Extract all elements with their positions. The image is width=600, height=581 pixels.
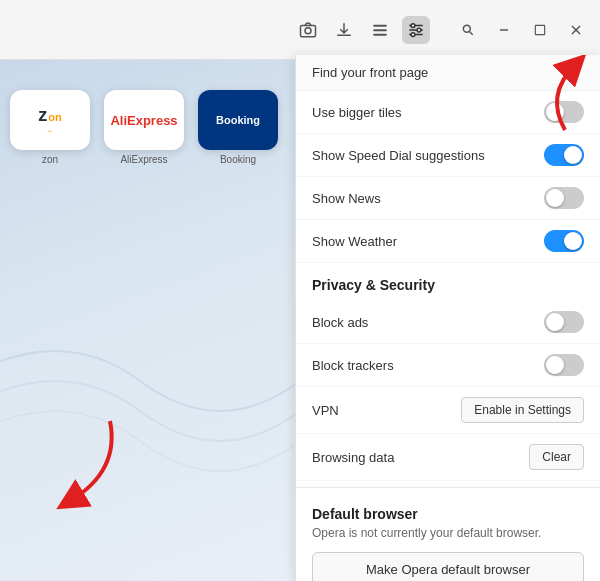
show-news-label: Show News [312, 191, 381, 206]
svg-line-12 [469, 31, 472, 34]
svg-rect-2 [373, 24, 387, 26]
customize-panel-icon[interactable] [402, 16, 430, 44]
svg-point-9 [417, 28, 421, 32]
show-news-row: Show News [296, 177, 600, 220]
booking-label: Booking [220, 154, 256, 165]
show-weather-row: Show Weather [296, 220, 600, 263]
vpn-row: VPN Enable in Settings [296, 387, 600, 434]
privacy-security-title: Privacy & Security [312, 277, 435, 293]
svg-rect-4 [373, 33, 387, 35]
svg-rect-14 [535, 25, 544, 34]
settings-partial-item: Find your front page [296, 55, 600, 91]
browser-chrome [0, 0, 600, 60]
window-minimize-icon[interactable] [490, 16, 518, 44]
sidebar-toggle-icon[interactable] [366, 16, 394, 44]
block-ads-toggle[interactable] [544, 311, 584, 333]
booking-logo-text: Booking [216, 114, 260, 126]
download-icon[interactable] [330, 16, 358, 44]
svg-point-11 [463, 25, 470, 32]
clear-browsing-data-button[interactable]: Clear [529, 444, 584, 470]
browsing-data-label: Browsing data [312, 450, 394, 465]
browsing-data-row: Browsing data Clear [296, 434, 600, 481]
amazon-smile: ⌣ [47, 126, 53, 136]
vpn-label: VPN [312, 403, 339, 418]
show-weather-toggle[interactable] [544, 230, 584, 252]
default-browser-title: Default browser [312, 506, 584, 522]
block-trackers-label: Block trackers [312, 358, 394, 373]
svg-point-8 [411, 23, 415, 27]
aliexpress-speed-dial[interactable]: AliExpress [104, 90, 184, 150]
settings-panel: Find your front page Use bigger tiles Sh… [295, 55, 600, 581]
speed-dial-area: z on ⌣ zon AliExpress AliExpress Booking… [10, 90, 278, 165]
aliexpress-tile-col: AliExpress AliExpress [104, 90, 184, 165]
show-news-toggle[interactable] [544, 187, 584, 209]
speed-dial-suggestions-label: Show Speed Dial suggestions [312, 148, 485, 163]
bigger-tiles-label: Use bigger tiles [312, 105, 402, 120]
section-divider [296, 487, 600, 488]
browser-background: z on ⌣ zon AliExpress AliExpress Booking… [0, 60, 300, 581]
vpn-enable-button[interactable]: Enable in Settings [461, 397, 584, 423]
default-browser-desc: Opera is not currently your default brow… [312, 526, 584, 540]
block-trackers-row: Block trackers [296, 344, 600, 387]
amazon-arrow-icon: on [48, 111, 61, 123]
window-maximize-icon[interactable] [526, 16, 554, 44]
bigger-tiles-row: Use bigger tiles [296, 91, 600, 134]
partial-item-label: Find your front page [312, 65, 428, 80]
svg-rect-3 [373, 29, 387, 31]
amazon-logo-text: z [38, 105, 47, 126]
decorative-curves [0, 301, 300, 501]
screenshot-icon[interactable] [294, 16, 322, 44]
svg-point-1 [305, 27, 311, 33]
booking-tile-col: Booking Booking [198, 90, 278, 165]
aliexpress-logo-text: AliExpress [110, 113, 177, 128]
amazon-label: zon [42, 154, 58, 165]
block-ads-row: Block ads [296, 301, 600, 344]
aliexpress-label: AliExpress [120, 154, 167, 165]
block-ads-label: Block ads [312, 315, 368, 330]
window-search-icon[interactable] [454, 16, 482, 44]
block-trackers-toggle[interactable] [544, 354, 584, 376]
speed-dial-suggestions-row: Show Speed Dial suggestions [296, 134, 600, 177]
booking-speed-dial[interactable]: Booking [198, 90, 278, 150]
privacy-security-header: Privacy & Security [296, 263, 600, 301]
svg-point-10 [411, 32, 415, 36]
make-default-browser-button[interactable]: Make Opera default browser [312, 552, 584, 581]
bigger-tiles-toggle[interactable] [544, 101, 584, 123]
amazon-tile-col: z on ⌣ zon [10, 90, 90, 165]
show-weather-label: Show Weather [312, 234, 397, 249]
default-browser-section: Default browser Opera is not currently y… [296, 494, 600, 581]
speed-dial-suggestions-toggle[interactable] [544, 144, 584, 166]
window-close-icon[interactable] [562, 16, 590, 44]
amazon-speed-dial[interactable]: z on ⌣ [10, 90, 90, 150]
